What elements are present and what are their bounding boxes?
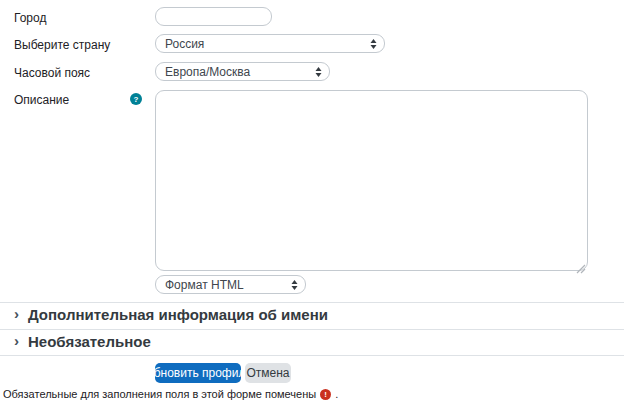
format-select-value: Формат HTML: [165, 278, 244, 292]
country-label: Выберите страну: [14, 38, 110, 52]
country-select-value: Россия: [165, 37, 204, 51]
description-label: Описание: [14, 93, 69, 107]
required-fields-note: Обязательные для заполнения поля в этой …: [3, 388, 338, 400]
divider: [0, 329, 624, 330]
help-icon[interactable]: ?: [130, 93, 142, 105]
country-select[interactable]: Россия: [155, 34, 385, 53]
timezone-label: Часовой пояс: [14, 66, 90, 80]
select-updown-arrow-icon: [315, 67, 322, 77]
format-select[interactable]: Формат HTML: [155, 275, 306, 294]
city-input[interactable]: [155, 7, 272, 26]
select-updown-arrow-icon: [291, 280, 298, 290]
required-note-text: Обязательные для заполнения поля в этой …: [3, 388, 316, 400]
update-profile-button[interactable]: Обновить профиль: [155, 363, 241, 383]
description-textarea[interactable]: [155, 90, 588, 271]
city-label: Город: [14, 11, 46, 25]
section-title: Дополнительная информация об имени: [28, 306, 328, 323]
section-optional[interactable]: › Необязательное: [14, 333, 151, 350]
chevron-right-icon: ›: [14, 333, 19, 348]
profile-edit-form: Город Выберите страну Россия Часовой поя…: [0, 0, 624, 406]
timezone-select-value: Европа/Москва: [165, 65, 250, 79]
required-icon: !: [320, 389, 331, 400]
timezone-select[interactable]: Европа/Москва: [155, 62, 330, 81]
divider: [0, 355, 624, 356]
section-additional-names[interactable]: › Дополнительная информация об имени: [14, 306, 328, 323]
required-note-suffix: .: [335, 388, 338, 400]
select-updown-arrow-icon: [370, 39, 377, 49]
divider: [0, 302, 624, 303]
cancel-button[interactable]: Отмена: [245, 363, 291, 383]
section-title: Необязательное: [28, 333, 151, 350]
chevron-right-icon: ›: [14, 306, 19, 321]
textarea-resize-handle-icon[interactable]: [576, 260, 586, 270]
